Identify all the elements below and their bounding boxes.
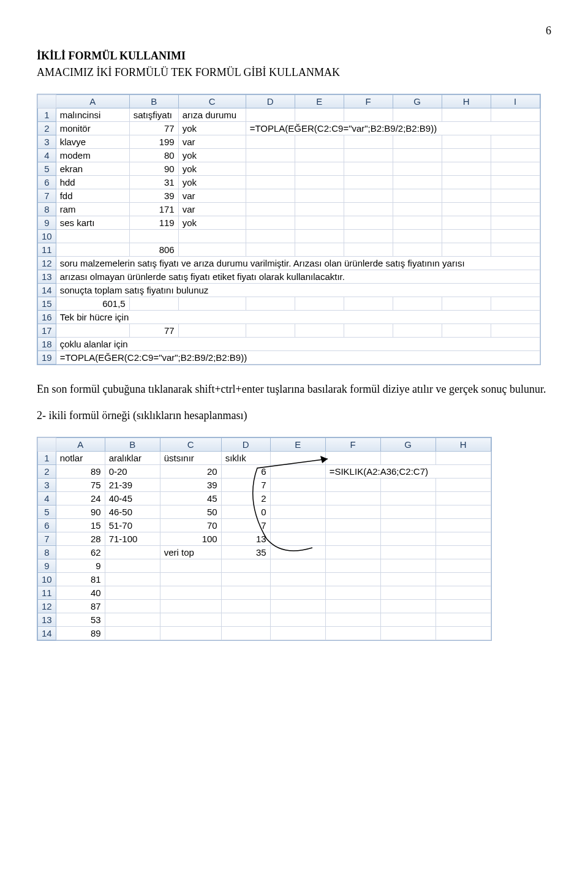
cell[interactable] bbox=[246, 189, 295, 203]
cell[interactable]: 53 bbox=[56, 613, 105, 626]
cell[interactable] bbox=[380, 491, 435, 505]
cell[interactable] bbox=[344, 297, 393, 311]
cell[interactable] bbox=[442, 230, 491, 243]
cell[interactable] bbox=[393, 216, 442, 230]
row-header[interactable]: 8 bbox=[38, 545, 56, 559]
cell[interactable] bbox=[344, 203, 393, 216]
cell[interactable]: 70 bbox=[160, 518, 221, 532]
cell[interactable]: hdd bbox=[56, 176, 129, 189]
cell[interactable] bbox=[442, 297, 491, 311]
cell[interactable] bbox=[221, 626, 270, 640]
row-header[interactable]: 11 bbox=[38, 586, 56, 599]
select-all-corner[interactable] bbox=[38, 437, 56, 451]
cell[interactable] bbox=[295, 216, 344, 230]
row-header[interactable]: 12 bbox=[38, 257, 56, 270]
cell[interactable]: 35 bbox=[221, 545, 270, 559]
cell[interactable] bbox=[295, 176, 344, 189]
cell[interactable] bbox=[270, 451, 325, 464]
cell[interactable] bbox=[270, 626, 325, 640]
row-header[interactable]: 8 bbox=[38, 203, 56, 216]
cell[interactable] bbox=[325, 559, 380, 572]
cell[interactable]: üstsınır bbox=[160, 451, 221, 464]
cell[interactable] bbox=[129, 297, 178, 311]
cell[interactable] bbox=[105, 586, 160, 599]
cell[interactable] bbox=[442, 176, 491, 189]
cell[interactable]: 171 bbox=[129, 203, 178, 216]
cell[interactable] bbox=[160, 626, 221, 640]
cell[interactable] bbox=[56, 230, 129, 243]
cell[interactable] bbox=[221, 613, 270, 626]
row-header[interactable]: 9 bbox=[38, 559, 56, 572]
cell[interactable] bbox=[442, 324, 491, 338]
cell[interactable] bbox=[344, 189, 393, 203]
cell[interactable]: 62 bbox=[56, 545, 105, 559]
col-header-A[interactable]: A bbox=[56, 95, 129, 108]
cell[interactable] bbox=[295, 324, 344, 338]
cell[interactable]: 15 bbox=[56, 518, 105, 532]
cell[interactable] bbox=[325, 518, 380, 532]
cell[interactable] bbox=[105, 545, 160, 559]
cell[interactable] bbox=[393, 162, 442, 176]
cell[interactable] bbox=[491, 297, 540, 311]
cell[interactable]: ram bbox=[56, 203, 129, 216]
cell[interactable] bbox=[435, 572, 491, 586]
cell[interactable]: 24 bbox=[56, 491, 105, 505]
cell[interactable] bbox=[344, 176, 393, 189]
cell[interactable] bbox=[435, 478, 491, 491]
cell[interactable] bbox=[325, 572, 380, 586]
cell[interactable]: =TOPLA(EĞER(C2:C9="var";B2:B9/2;B2:B9)) bbox=[56, 351, 540, 365]
row-header[interactable]: 2 bbox=[38, 122, 56, 135]
cell[interactable] bbox=[435, 518, 491, 532]
cell[interactable] bbox=[442, 108, 491, 122]
cell[interactable]: 90 bbox=[129, 162, 178, 176]
row-header[interactable]: 13 bbox=[38, 270, 56, 284]
cell[interactable]: 89 bbox=[56, 464, 105, 478]
cell[interactable]: 89 bbox=[56, 626, 105, 640]
cell[interactable] bbox=[270, 532, 325, 545]
cell[interactable] bbox=[491, 162, 540, 176]
cell[interactable]: arızası olmayan ürünlerde satış fiyatı e… bbox=[56, 270, 540, 284]
cell[interactable]: arıza durumu bbox=[178, 108, 246, 122]
cell[interactable]: 0 bbox=[221, 505, 270, 518]
cell[interactable]: 39 bbox=[160, 478, 221, 491]
cell[interactable] bbox=[295, 189, 344, 203]
cell[interactable]: ekran bbox=[56, 162, 129, 176]
cell[interactable] bbox=[491, 216, 540, 230]
row-header[interactable]: 19 bbox=[38, 351, 56, 365]
col-header-I[interactable]: I bbox=[491, 95, 540, 108]
cell[interactable] bbox=[325, 586, 380, 599]
cell[interactable]: 2 bbox=[221, 491, 270, 505]
cell[interactable]: 87 bbox=[56, 599, 105, 613]
cell[interactable] bbox=[270, 559, 325, 572]
col-header-E[interactable]: E bbox=[270, 437, 325, 451]
cell[interactable] bbox=[435, 545, 491, 559]
cell[interactable] bbox=[295, 135, 344, 149]
cell[interactable] bbox=[295, 243, 344, 257]
cell[interactable]: 31 bbox=[129, 176, 178, 189]
row-header[interactable]: 2 bbox=[38, 464, 56, 478]
cell[interactable] bbox=[442, 149, 491, 162]
cell[interactable]: monitör bbox=[56, 122, 129, 135]
cell[interactable]: 77 bbox=[129, 324, 178, 338]
cell[interactable]: 71-100 bbox=[105, 532, 160, 545]
cell[interactable] bbox=[435, 626, 491, 640]
cell[interactable] bbox=[325, 478, 380, 491]
cell[interactable]: sonuçta toplam satış fiyatını bulunuz bbox=[56, 284, 540, 297]
cell[interactable] bbox=[380, 613, 435, 626]
cell[interactable] bbox=[246, 149, 295, 162]
cell[interactable] bbox=[491, 135, 540, 149]
cell[interactable]: 21-39 bbox=[105, 478, 160, 491]
cell[interactable] bbox=[380, 532, 435, 545]
cell[interactable] bbox=[380, 545, 435, 559]
cell[interactable]: 75 bbox=[56, 478, 105, 491]
cell[interactable] bbox=[442, 203, 491, 216]
cell[interactable] bbox=[270, 505, 325, 518]
row-header[interactable]: 5 bbox=[38, 162, 56, 176]
cell[interactable]: Tek bir hücre için bbox=[56, 311, 540, 324]
row-header[interactable]: 18 bbox=[38, 338, 56, 351]
cell[interactable]: 40 bbox=[56, 586, 105, 599]
cell[interactable] bbox=[393, 243, 442, 257]
cell[interactable] bbox=[246, 297, 295, 311]
col-header-F[interactable]: F bbox=[344, 95, 393, 108]
cell[interactable] bbox=[435, 505, 491, 518]
